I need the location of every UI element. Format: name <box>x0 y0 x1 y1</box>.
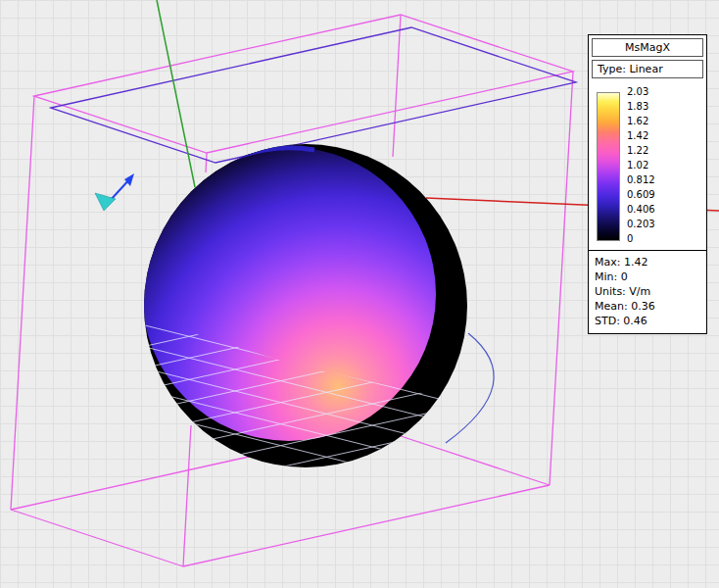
arrow-cone-icon <box>95 193 116 211</box>
box-edge-bottom-left <box>11 510 183 566</box>
box-edge-bottom-right <box>398 435 550 485</box>
scale-label: 0.406 <box>627 205 655 215</box>
scale-label: 1.83 <box>627 102 655 112</box>
coordinate-arrow <box>95 173 134 211</box>
legend-scale-type: Type: Linear <box>592 60 703 78</box>
scale-label: 0.812 <box>627 175 655 185</box>
scale-label: 2.03 <box>627 87 655 97</box>
scale-label: 0.203 <box>627 220 655 229</box>
stat-std: STD: 0.46 <box>595 314 706 328</box>
scale-label: 1.02 <box>627 161 655 171</box>
legend-colorbar <box>597 92 620 241</box>
box-edge-back <box>393 15 401 157</box>
scale-label: 1.42 <box>627 131 655 141</box>
legend-scale-labels: 2.03 1.83 1.62 1.42 1.22 1.02 0.812 0.60… <box>627 87 655 244</box>
stat-min: Min: 0 <box>595 270 706 284</box>
scale-label: 0 <box>627 234 655 244</box>
z-axis-line <box>157 0 195 187</box>
box-edge-left <box>11 96 34 510</box>
legend-title: MsMagX <box>592 38 703 57</box>
scale-label: 0.609 <box>627 190 655 200</box>
box-edge-front-lower <box>183 425 191 566</box>
stat-max: Max: 1.42 <box>595 255 706 270</box>
box-edge-right <box>550 72 573 485</box>
box-edge-bottom-back <box>11 457 249 510</box>
scale-label: 1.22 <box>627 146 655 156</box>
sphere-field-colormap <box>142 147 436 441</box>
box-top-face <box>34 15 573 153</box>
result-legend[interactable]: MsMagX Type: Linear 2.03 1.83 1.62 1.42 … <box>588 34 707 334</box>
scale-label: 1.62 <box>627 117 655 126</box>
field-sphere <box>137 144 470 542</box>
legend-stats: Max: 1.42 Min: 0 Units: V/m Mean: 0.36 S… <box>589 250 706 333</box>
legend-scale: 2.03 1.83 1.62 1.42 1.22 1.02 0.812 0.60… <box>589 81 706 250</box>
box-edge-front-upper <box>206 153 207 172</box>
stat-mean: Mean: 0.36 <box>595 299 706 314</box>
port-plane-outline <box>51 27 576 163</box>
box-edge-bottom-front <box>183 485 550 566</box>
stat-units: Units: V/m <box>595 284 706 299</box>
